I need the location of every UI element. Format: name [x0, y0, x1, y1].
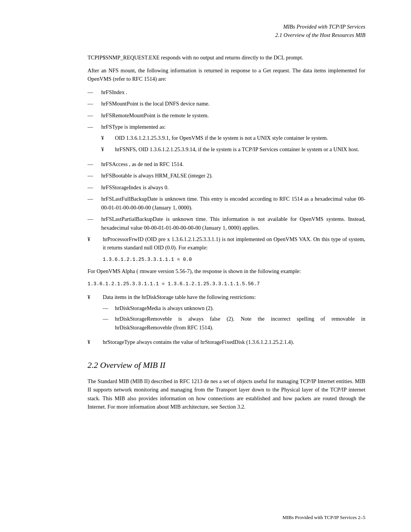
bullet-hrProcessorFrwID: ¥ hrProcessorFrwID (OID pre x 1.3.6.1.2.…: [88, 235, 365, 252]
hrDiskStorage-content: Data items in the hrDiskStorage table ha…: [103, 293, 365, 334]
yen-marker-3: ¥: [88, 235, 103, 252]
hrFSLastFullBackupDate-label: hrFSLastFullBackupDate: [101, 196, 158, 202]
hrStorageType-text: hrStorageType always contains the value …: [103, 338, 365, 346]
yen-marker-5: ¥: [88, 338, 103, 346]
page-header: MIBs Provided with TCP/IP Services 2.1 O…: [0, 23, 411, 40]
section-2-2-body: The Standard MIB (MIB II) described in R…: [88, 377, 365, 411]
list-item-hrFSMountPoint: — hrFSMountPoint is the local DNFS devic…: [88, 99, 365, 108]
list-item-hrFSLastFullBackupDate: — hrFSLastFullBackupDate is unknown time…: [88, 195, 365, 212]
yen-marker-1: ¥: [101, 134, 115, 142]
list-item-hrFSBootable: — hrFSBootable is always HRM_FALSE (inte…: [88, 171, 365, 180]
hrDiskStorageMedia-text: hrDiskStorageMedia is always unknown (2)…: [115, 304, 365, 312]
paragraph-2: After an NFS mount, the following inform…: [88, 66, 365, 83]
header-line2: 2.1 Overview of the Host Resources MIB: [0, 31, 365, 40]
dash-marker-2: —: [88, 99, 101, 108]
dash-marker: —: [88, 88, 101, 96]
yen-marker-2: ¥: [101, 145, 115, 153]
paragraph-1: TCPIP$SNMP_REQUEST.EXE responds with no …: [88, 53, 365, 62]
hrFSRemoteMountPoint-text: hrFSRemoteMountPoint is the remote le sy…: [101, 111, 365, 120]
bullet-hrDiskStorage: ¥ Data items in the hrDiskStorage table …: [88, 293, 365, 334]
hrFSLastFullBackupDate-content: hrFSLastFullBackupDate is unknown time. …: [101, 195, 365, 212]
section-number: 2.2: [88, 360, 98, 370]
dash-marker-8: —: [88, 195, 101, 212]
oid1-text: OID 1.3.6.1.2.1.25.3.9.1, for OpenVMS if…: [115, 134, 365, 142]
page-footer: MIBs Provided with TCP/IP Services 2–5: [0, 514, 411, 521]
hrFSType-text: hrFSType is implemented as:: [101, 124, 166, 130]
dash-marker-5: —: [88, 160, 101, 168]
list-item-hrFSLastPartialBackupDate: — hrFSLastPartialBackupDate is unknown t…: [88, 215, 365, 232]
list-item-hrFSIndex: — hrFSIndex .: [88, 88, 365, 96]
hrProcessorFrwID-content: hrProcessorFrwID (OID pre x 1.3.6.1.2.1.…: [103, 235, 365, 252]
hrFSAccess-text: hrFSAccess , as de ned in RFC 1514.: [101, 160, 365, 168]
list-item-hrFSAccess: — hrFSAccess , as de ned in RFC 1514.: [88, 160, 365, 168]
section-heading-2-2: 2.2 Overview of MIB II: [88, 360, 365, 370]
hrFSStorageIndex-text: hrFSStorageIndex is always 0.: [101, 183, 365, 192]
hrFSType-content: hrFSType is implemented as: ¥ OID 1.3.6.…: [101, 123, 365, 157]
dash-marker-9: —: [88, 215, 101, 232]
hrFSLastPartialBackupDate-label: hrFSLastPartialBackupDate: [101, 216, 163, 222]
list-item-hrFSType: — hrFSType is implemented as: ¥ OID 1.3.…: [88, 123, 365, 157]
hrDiskStorage-sub-list: — hrDiskStorageMedia is always unknown (…: [103, 304, 365, 332]
hrProcessorFrwID-label: hrProcessorFrwID: [103, 236, 143, 242]
dash-marker-3: —: [88, 111, 101, 120]
code-block-2: 1.3.6.1.2.1.25.3.3.1.1.1 = 1.3.6.1.2.1.2…: [88, 280, 365, 288]
nested-hrDiskStorageMedia: — hrDiskStorageMedia is always unknown (…: [103, 304, 365, 312]
footer-text: MIBs Provided with TCP/IP Services 2–5: [282, 514, 365, 521]
hrFSLastPartialBackupDate-content: hrFSLastPartialBackupDate is unknown tim…: [101, 215, 365, 232]
nested-dash-marker-2: —: [103, 315, 115, 332]
content-area: TCPIP$SNMP_REQUEST.EXE responds with no …: [0, 53, 411, 411]
hrFSIndex-text: hrFSIndex .: [101, 88, 365, 96]
hrFSType-sub-list: ¥ OID 1.3.6.1.2.1.25.3.9.1, for OpenVMS …: [101, 134, 365, 154]
hrFSBootable-text: hrFSBootable is always HRM_FALSE (intege…: [101, 171, 365, 180]
paragraph-3: For OpenVMS Alpha ( rmware version 5.56-…: [88, 267, 365, 275]
sub-item-oid1: ¥ OID 1.3.6.1.2.1.25.3.9.1, for OpenVMS …: [101, 134, 365, 142]
nested-dash-marker-1: —: [103, 304, 115, 312]
dash-list: — hrFSIndex . — hrFSMountPoint is the lo…: [88, 88, 365, 232]
list-item-hrFSRemoteMountPoint: — hrFSRemoteMountPoint is the remote le …: [88, 111, 365, 120]
hrDiskStorage-text: Data items in the hrDiskStorage table ha…: [103, 294, 256, 300]
page: MIBs Provided with TCP/IP Services 2.1 O…: [0, 0, 411, 532]
nested-hrDiskStorageRemoveble: — hrDiskStorageRemoveble is always false…: [103, 315, 365, 332]
code-line-1: 1.3.6.1.2.1.25.3.3.1.1.1 = 0.0: [103, 257, 192, 262]
bullet-hrStorageType: ¥ hrStorageType always contains the valu…: [88, 338, 365, 346]
list-item-hrFSStorageIndex: — hrFSStorageIndex is always 0.: [88, 183, 365, 192]
yen-marker-4: ¥: [88, 293, 103, 334]
hrDiskStorageRemoveble-text: hrDiskStorageRemoveble is always false (…: [115, 315, 365, 332]
section-title: Overview of MIB II: [100, 360, 166, 370]
dash-marker-7: —: [88, 183, 101, 192]
yen-list: ¥ hrProcessorFrwID (OID pre x 1.3.6.1.2.…: [88, 235, 365, 347]
hrFSMountPoint-text: hrFSMountPoint is the local DNFS device …: [101, 99, 365, 108]
dash-marker-6: —: [88, 171, 101, 180]
dash-marker-4: —: [88, 123, 101, 157]
code-block-1: 1.3.6.1.2.1.25.3.3.1.1.1 = 0.0: [88, 256, 365, 264]
hrFSNFS-text: hrFSNFS, OID 1.3.6.1.2.1.25.3.9.14, if t…: [115, 145, 365, 153]
sub-item-hrFSNFS: ¥ hrFSNFS, OID 1.3.6.1.2.1.25.3.9.14, if…: [101, 145, 365, 153]
code-line-2: 1.3.6.1.2.1.25.3.3.1.1.1 = 1.3.6.1.2.1.2…: [88, 281, 260, 287]
header-line1: MIBs Provided with TCP/IP Services: [0, 23, 365, 31]
